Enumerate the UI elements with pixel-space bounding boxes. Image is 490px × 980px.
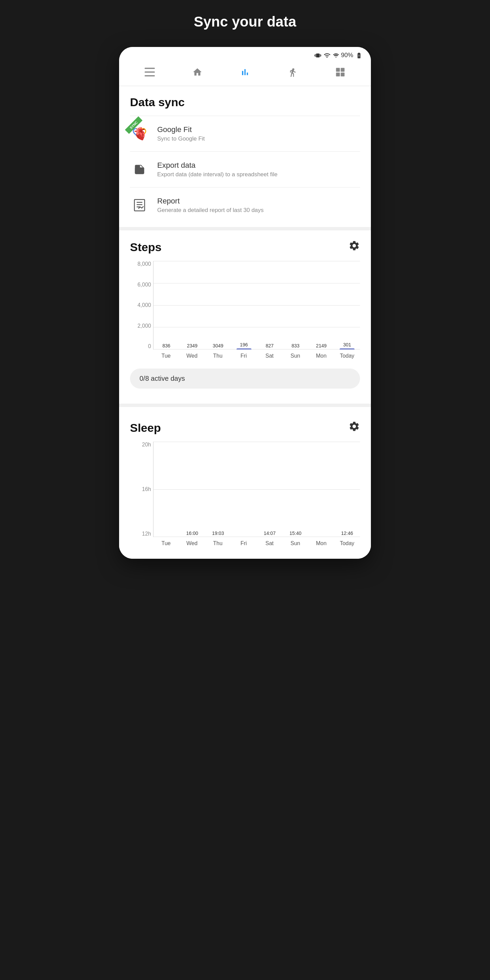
- report-content: Report Generate a detailed report of las…: [157, 197, 264, 214]
- report-icon: [130, 196, 149, 215]
- y-label-0: 0: [148, 343, 151, 350]
- data-sync-title: Data sync: [130, 95, 360, 109]
- nav-apps-icon[interactable]: [335, 67, 345, 80]
- x-label-fri: Fri: [231, 351, 256, 363]
- export-subtitle: Export data (date interval) to a spreads…: [157, 171, 277, 178]
- y-label-2000: 2,000: [137, 323, 151, 329]
- nav-home-icon[interactable]: [192, 67, 202, 80]
- bar-value-mon: 2149: [316, 343, 327, 348]
- steps-x-labels: Tue Wed Thu Fri Sat Sun Mon Today: [153, 351, 360, 363]
- steps-bars-container: 836 2349 3049: [153, 261, 360, 350]
- x-label-tue: Tue: [153, 351, 179, 363]
- sleep-x-label-wed: Wed: [179, 538, 205, 550]
- sleep-bars-container: 16:00 19:03: [153, 442, 360, 537]
- wifi-icon: [323, 52, 331, 59]
- sync-item-report[interactable]: Report Generate a detailed report of las…: [130, 187, 360, 223]
- sleep-bar-group-wed: 16:00: [179, 530, 205, 537]
- sleep-y-axis: 12h 16h 20h: [130, 442, 153, 537]
- bar-group-today: 301: [334, 342, 360, 350]
- sleep-x-label-today: Today: [334, 538, 360, 550]
- sync-item-export[interactable]: Export data Export data (date interval) …: [130, 151, 360, 187]
- x-label-sat: Sat: [256, 351, 282, 363]
- sleep-bar-group-thu: 19:03: [205, 530, 231, 537]
- steps-header: Steps: [130, 240, 360, 254]
- data-sync-section: Data sync SYNC 🫀 Google: [119, 86, 371, 223]
- steps-y-axis: 0 2,000 4,000 6,000 8,000: [130, 261, 153, 350]
- sleep-bar-value-sat: 14:07: [264, 530, 275, 536]
- svg-rect-4: [336, 68, 340, 72]
- outer-container: Sync your data 90%: [112, 0, 378, 579]
- status-icons: 90%: [314, 52, 363, 59]
- sleep-y-label-20h: 20h: [142, 442, 151, 448]
- bar-group-thu: 3049: [205, 343, 231, 350]
- x-label-mon: Mon: [308, 351, 334, 363]
- x-label-today: Today: [334, 351, 360, 363]
- sleep-bar-value-wed: 16:00: [186, 530, 198, 536]
- y-label-4000: 4,000: [137, 302, 151, 308]
- svg-rect-2: [145, 75, 155, 76]
- x-label-wed: Wed: [179, 351, 205, 363]
- svg-rect-6: [336, 73, 340, 76]
- sleep-y-label-12h: 12h: [142, 531, 151, 537]
- bar-value-thu: 3049: [213, 343, 223, 348]
- bar-value-tue: 836: [162, 343, 170, 348]
- section-separator-2: [119, 404, 371, 407]
- nav-menu-icon[interactable]: [145, 68, 155, 79]
- google-fit-subtitle: Sync to Google Fit: [157, 135, 205, 142]
- sleep-bar-value-thu: 19:03: [212, 530, 224, 536]
- bar-value-today: 301: [343, 342, 351, 347]
- sync-item-google-fit[interactable]: SYNC 🫀 Google Fit Sync to Google Fit: [130, 116, 360, 151]
- bar-fri: [237, 348, 251, 350]
- x-label-sun: Sun: [282, 351, 308, 363]
- bar-group-sun: 833: [282, 343, 308, 350]
- report-title: Report: [157, 197, 264, 205]
- active-days-pill: 0/8 active days: [130, 369, 360, 388]
- steps-chart: 0 2,000 4,000 6,000 8,000: [130, 261, 360, 363]
- bar-today: [340, 348, 355, 350]
- content-area: Data sync SYNC 🫀 Google: [119, 86, 371, 559]
- sleep-header: Sleep: [130, 421, 360, 435]
- bar-value-sun: 833: [292, 343, 299, 348]
- sleep-bar-value-today: 12:46: [341, 530, 353, 536]
- vibrate-icon: [314, 52, 321, 59]
- status-bar: 90%: [119, 47, 371, 62]
- google-fit-icon-wrapper: SYNC 🫀: [130, 124, 149, 143]
- sleep-gear-icon[interactable]: [348, 421, 360, 435]
- svg-rect-0: [145, 68, 155, 69]
- sleep-title: Sleep: [130, 421, 161, 434]
- nav-bar: [119, 62, 371, 86]
- sleep-bar-group-sat: 14:07: [257, 530, 283, 537]
- svg-rect-9: [134, 199, 145, 211]
- report-subtitle: Generate a detailed report of last 30 da…: [157, 207, 264, 214]
- sleep-x-label-thu: Thu: [205, 538, 231, 550]
- steps-gear-icon[interactable]: [348, 240, 360, 254]
- signal-icon: [333, 52, 339, 59]
- sleep-bar-group-sun: 15:40: [282, 530, 308, 537]
- sleep-x-label-mon: Mon: [308, 538, 334, 550]
- svg-rect-1: [145, 72, 155, 73]
- y-label-6000: 6,000: [137, 282, 151, 288]
- bar-value-wed: 2349: [187, 343, 197, 348]
- bar-value-sat: 827: [266, 343, 274, 348]
- svg-text:🫀: 🫀: [133, 126, 148, 141]
- google-fit-title: Google Fit: [157, 125, 205, 134]
- google-fit-content: Google Fit Sync to Google Fit: [157, 125, 205, 142]
- sleep-x-labels: Tue Wed Thu Fri Sat Sun Mon Today: [153, 538, 360, 550]
- phone-frame: 90%: [119, 47, 371, 559]
- sleep-x-label-fri: Fri: [231, 538, 256, 550]
- x-label-thu: Thu: [205, 351, 231, 363]
- export-title: Export data: [157, 161, 277, 170]
- svg-rect-7: [340, 73, 344, 76]
- active-days-text: 0/8 active days: [140, 375, 185, 382]
- nav-activity-icon[interactable]: [288, 67, 298, 80]
- sleep-x-label-sun: Sun: [282, 538, 308, 550]
- nav-stats-icon[interactable]: [240, 67, 250, 80]
- bar-group-tue: 836: [153, 343, 179, 350]
- sleep-chart: 12h 16h 20h: [130, 442, 360, 550]
- bar-value-fri: 196: [240, 342, 248, 347]
- section-separator-1: [119, 227, 371, 231]
- sleep-section: Sleep 12h 16h 20h: [119, 411, 371, 559]
- sleep-bar-value-sun: 15:40: [290, 530, 301, 536]
- export-content: Export data Export data (date interval) …: [157, 161, 277, 178]
- page-title: Sync your data: [194, 14, 296, 30]
